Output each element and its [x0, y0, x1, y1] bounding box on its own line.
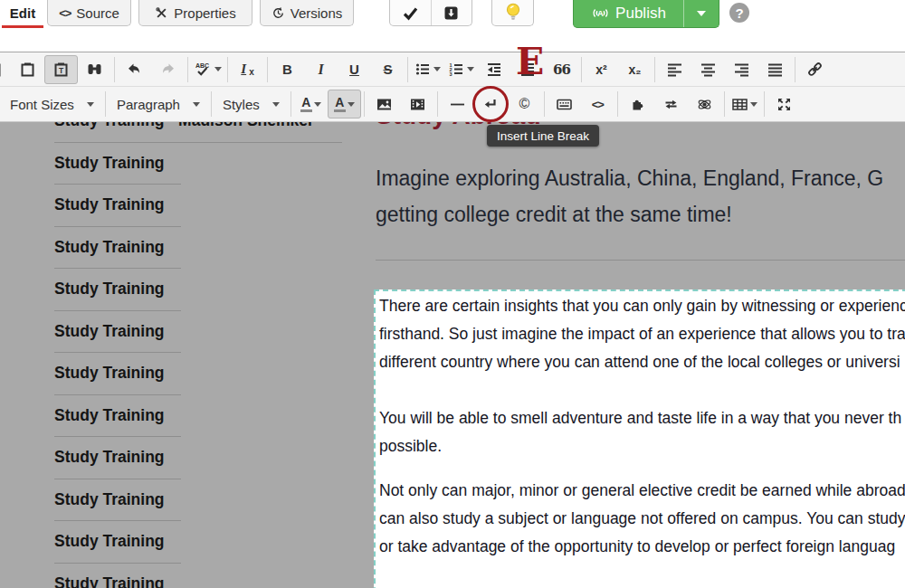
editable-text-block[interactable]: There are certain insights that you can … — [374, 289, 905, 588]
paragraph-select[interactable]: Paragraph — [109, 90, 208, 118]
table-button[interactable] — [728, 90, 761, 119]
check-button[interactable] — [390, 0, 431, 25]
insert-line-break-button[interactable] — [474, 90, 508, 119]
sidebar-item-label: Study Training — [54, 194, 362, 215]
background-color-button[interactable]: A — [328, 90, 361, 119]
sidebar-item[interactable]: Study Training — [54, 574, 362, 588]
styles-select[interactable]: Styles — [214, 90, 288, 118]
repeat-loop-button[interactable] — [654, 90, 688, 119]
snippet-button[interactable] — [688, 90, 721, 119]
toolbar-divider — [724, 91, 725, 117]
tab-source[interactable]: <> Source — [47, 0, 131, 26]
spellcheck-button[interactable]: ABC — [191, 55, 224, 84]
underline-button[interactable]: U — [338, 55, 371, 84]
sidebar-item[interactable]: Study Training — [54, 194, 362, 227]
paragraph-line: You will be able to smell adventure and … — [379, 404, 905, 432]
sidebar-separator — [54, 352, 181, 353]
undo-button[interactable] — [118, 55, 151, 84]
save-download-button[interactable] — [431, 0, 472, 25]
tab-versions[interactable]: Versions — [260, 0, 354, 26]
text-color-button[interactable]: A — [294, 90, 328, 119]
sidebar-item[interactable]: Study Training — [54, 153, 362, 185]
quick-action-group — [389, 0, 472, 26]
sidebar-item[interactable]: Study Training — [54, 489, 362, 522]
source-code-button[interactable]: <> — [581, 90, 614, 119]
paste-as-text-button[interactable]: T — [44, 55, 78, 84]
sidebar-item[interactable]: Study Training — [54, 237, 362, 270]
strikethrough-button[interactable]: S — [371, 55, 405, 84]
find-replace-button[interactable] — [78, 55, 111, 84]
tab-properties[interactable]: Properties — [138, 0, 252, 26]
idea-button[interactable] — [491, 0, 534, 26]
history-icon — [272, 6, 285, 20]
insert-link-button[interactable] — [798, 55, 832, 84]
align-center-icon — [700, 61, 717, 78]
copyright-icon: © — [519, 96, 529, 112]
blockquote-button[interactable]: 66 — [545, 55, 578, 84]
tab-bar: Edit <> Source Properties Versions A Pub… — [0, 0, 905, 51]
plugin-button[interactable] — [621, 90, 654, 119]
toolbar-row-2: Font Sizes Paragraph Styles A A © <> — [0, 87, 905, 121]
justify-button[interactable] — [758, 55, 792, 84]
sidebar-separator — [54, 479, 181, 479]
align-left-icon — [666, 61, 683, 78]
sidebar-item-label: Study Training — [54, 279, 362, 299]
nonbreaking-space-button[interactable] — [548, 90, 581, 119]
insert-line-break-tooltip: Insert Line Break — [487, 125, 599, 147]
redo-button[interactable] — [151, 55, 185, 84]
toolbar-divider — [581, 57, 582, 82]
sidebar-item-label: Study Training — [54, 531, 362, 552]
cms-editor-window: { "colors": { "accent_red": "#d2322d", "… — [0, 0, 905, 588]
sidebar-item-label: Study Training — [54, 447, 362, 468]
styles-label: Styles — [223, 97, 260, 112]
insert-image-button[interactable] — [367, 90, 401, 119]
bullet-list-icon — [414, 61, 432, 78]
tab-edit[interactable]: Edit — [2, 0, 43, 28]
publish-button[interactable]: A Publish — [573, 0, 719, 28]
sidebar-item[interactable]: Study Training — [54, 363, 362, 395]
tab-edit-label: Edit — [10, 5, 35, 21]
superscript-button[interactable]: x² — [585, 55, 618, 84]
sidebar-item[interactable]: Study Training - Madison Shelnker — [54, 120, 362, 143]
outdent-button[interactable] — [478, 55, 511, 84]
clear-formatting-button[interactable]: Ix — [231, 55, 264, 84]
align-center-button[interactable] — [691, 55, 725, 84]
font-sizes-select[interactable]: Font Sizes — [2, 90, 102, 118]
clipboard-partial-button[interactable] — [0, 55, 11, 84]
bold-button[interactable]: B — [271, 55, 304, 84]
sidebar-item[interactable]: Study Training — [54, 447, 362, 479]
insert-media-button[interactable] — [401, 90, 434, 119]
chevron-down-icon — [697, 11, 706, 16]
sidebar-item-label: Study Training — [54, 153, 362, 174]
paste-button[interactable] — [11, 55, 44, 84]
sidebar-item[interactable]: Study Training — [54, 321, 362, 354]
numbered-list-button[interactable]: 123 — [444, 55, 478, 84]
paragraph-line: There are certain insights that you can … — [379, 292, 905, 320]
copyright-button[interactable]: © — [508, 90, 541, 119]
align-right-button[interactable] — [725, 55, 758, 84]
sidebar-item[interactable]: Study Training — [54, 279, 362, 311]
align-left-button[interactable] — [658, 55, 691, 84]
sidebar-item-label: Study Training — [54, 237, 362, 258]
fullscreen-button[interactable] — [767, 90, 801, 119]
chevron-down-icon — [87, 102, 94, 107]
sidebar-separator — [54, 268, 181, 269]
subscript-button[interactable]: x₂ — [618, 55, 652, 84]
italic-button[interactable]: I — [304, 55, 338, 84]
toolbar-row-1: T ABC Ix B I U S 123 66 x² x₂ — [0, 52, 905, 87]
editor-paragraphs: There are certain insights that you can … — [379, 292, 905, 561]
sidebar-item-label: Study Training — [54, 574, 362, 588]
sidebar-item-label: Study Training — [54, 489, 362, 510]
sidebar-separator — [54, 520, 181, 521]
publish-dropdown[interactable] — [683, 0, 719, 27]
chevron-down-icon — [348, 102, 355, 107]
sidebar-item[interactable]: Study Training — [54, 405, 362, 438]
check-icon — [402, 5, 419, 22]
sidebar-item[interactable]: Study Training — [54, 531, 362, 564]
sidebar-separator — [54, 436, 181, 437]
horizontal-rule-button[interactable] — [441, 90, 474, 119]
toolbar-divider — [795, 57, 795, 82]
chevron-down-icon — [433, 67, 441, 71]
help-button[interactable]: ? — [729, 3, 749, 23]
bullet-list-button[interactable] — [411, 55, 444, 84]
